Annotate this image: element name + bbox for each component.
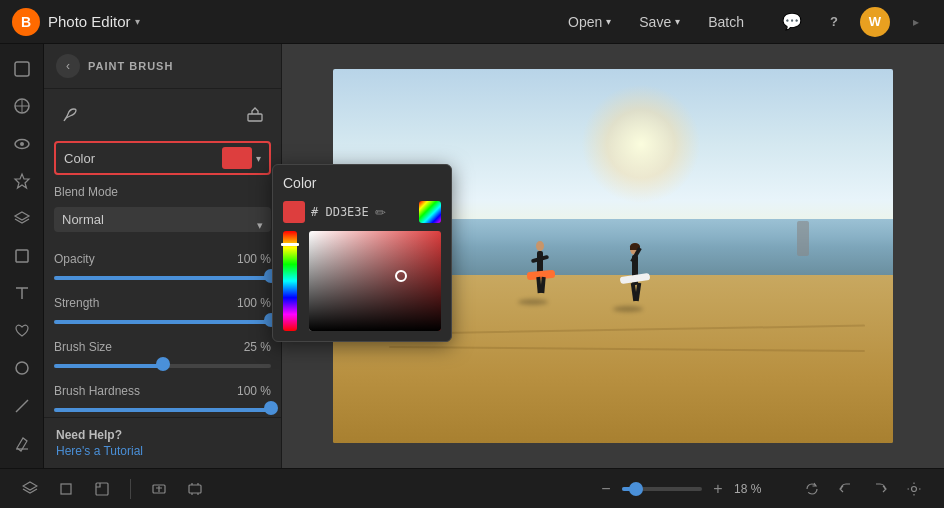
- brush-size-slider[interactable]: [54, 362, 271, 370]
- zoom-in-button[interactable]: +: [708, 479, 728, 499]
- app-title: Photo Editor ▾: [48, 13, 140, 30]
- title-chevron[interactable]: ▾: [135, 16, 140, 27]
- eyedropper-icon[interactable]: ✏: [375, 205, 386, 220]
- panel-body: Color ▾ Blend Mode Normal Multiply Scree…: [44, 89, 281, 417]
- opacity-value: 100 %: [231, 252, 271, 266]
- panel-title: PAINT BRUSH: [88, 60, 173, 72]
- frame-button[interactable]: [181, 475, 209, 503]
- color-picker-popup: Color # DD3E3E ✏: [272, 164, 452, 342]
- panel: ‹ PAINT BRUSH Color ▾ Blend Mode: [44, 44, 282, 468]
- bottom-bar: − + 18 %: [0, 468, 944, 508]
- topbar-more-icon[interactable]: ▸: [900, 6, 932, 38]
- color-popup-title: Color: [283, 175, 441, 191]
- blend-mode-select[interactable]: Normal Multiply Screen Overlay: [54, 207, 271, 232]
- color-popup-swatch[interactable]: [283, 201, 305, 223]
- blend-mode-row: Blend Mode: [54, 185, 271, 199]
- tool-line[interactable]: [4, 389, 40, 422]
- zoom-controls: − + 18 %: [596, 479, 774, 499]
- tool-heart[interactable]: [4, 314, 40, 347]
- brush-hardness-row: Brush Hardness 100 %: [54, 384, 271, 398]
- strength-slider[interactable]: [54, 318, 271, 326]
- tool-layers[interactable]: [4, 202, 40, 235]
- color-hex-row: # DD3E3E ✏: [283, 201, 441, 223]
- rotate-button[interactable]: [798, 475, 826, 503]
- tool-text[interactable]: [4, 277, 40, 310]
- color-selector[interactable]: Color ▾: [54, 141, 271, 175]
- bottom-right-icons: [798, 475, 928, 503]
- svg-point-5: [20, 142, 24, 146]
- hue-bar[interactable]: [283, 231, 297, 331]
- topbar: B Photo Editor ▾ Open ▾ Save ▾ Batch 💬 ?…: [0, 0, 944, 44]
- main-layout: ‹ PAINT BRUSH Color ▾ Blend Mode: [0, 44, 944, 468]
- tool-eye[interactable]: [4, 127, 40, 160]
- tool-erase[interactable]: [4, 427, 40, 460]
- zoom-out-button[interactable]: −: [596, 479, 616, 499]
- strength-value: 100 %: [231, 296, 271, 310]
- svg-rect-15: [96, 483, 108, 495]
- topbar-nav: Open ▾ Save ▾ Batch: [556, 9, 756, 35]
- spectrum-button[interactable]: [419, 201, 441, 223]
- tool-grid[interactable]: [4, 89, 40, 122]
- user-avatar[interactable]: W: [860, 7, 890, 37]
- brush-tool-icon[interactable]: [54, 99, 86, 131]
- bottom-divider: [130, 479, 131, 499]
- svg-line-11: [16, 400, 28, 412]
- blend-mode-select-wrap[interactable]: Normal Multiply Screen Overlay: [54, 207, 271, 242]
- app-logo[interactable]: B: [12, 8, 40, 36]
- zoom-value: 18 %: [734, 482, 774, 496]
- color-label: Color: [64, 151, 222, 166]
- svg-rect-14: [61, 484, 71, 494]
- svg-rect-13: [248, 114, 262, 121]
- panel-header: ‹ PAINT BRUSH: [44, 44, 281, 89]
- opacity-slider[interactable]: [54, 274, 271, 282]
- nav-save[interactable]: Save ▾: [627, 9, 692, 35]
- brush-size-row: Brush Size 25 %: [54, 340, 271, 354]
- undo-button[interactable]: [832, 475, 860, 503]
- expand-button[interactable]: [88, 475, 116, 503]
- logo-text: B: [21, 14, 31, 30]
- tool-rect[interactable]: [4, 239, 40, 272]
- nav-open[interactable]: Open ▾: [556, 9, 623, 35]
- nav-batch[interactable]: Batch: [696, 9, 756, 35]
- tool-circle[interactable]: [4, 352, 40, 385]
- strength-label: Strength: [54, 296, 134, 310]
- help-button[interactable]: ?: [818, 6, 850, 38]
- svg-point-18: [912, 486, 917, 491]
- svg-marker-6: [15, 174, 29, 188]
- crop-button[interactable]: [52, 475, 80, 503]
- panel-back-button[interactable]: ‹: [56, 54, 80, 78]
- tool-star[interactable]: [4, 164, 40, 197]
- fit-view-button[interactable]: [145, 475, 173, 503]
- help-section: Need Help? Here's a Tutorial: [44, 417, 281, 468]
- help-link[interactable]: Here's a Tutorial: [56, 444, 269, 458]
- icon-bar: [0, 44, 44, 468]
- opacity-label: Opacity: [54, 252, 134, 266]
- blend-mode-label: Blend Mode: [54, 185, 134, 199]
- topbar-right: 💬 ? W ▸: [776, 6, 932, 38]
- chat-icon: 💬: [782, 12, 802, 31]
- color-arrow-icon: ▾: [256, 153, 261, 164]
- color-swatch: [222, 147, 252, 169]
- panel-tool-icons: [54, 99, 271, 131]
- help-title: Need Help?: [56, 428, 269, 442]
- color-hex-value[interactable]: # DD3E3E: [311, 205, 369, 219]
- zoom-slider[interactable]: [622, 487, 702, 491]
- help-icon: ?: [830, 14, 838, 29]
- color-gradient[interactable]: [309, 231, 441, 331]
- back-icon: ‹: [66, 59, 70, 73]
- brush-size-value: 25 %: [231, 340, 271, 354]
- brush-hardness-value: 100 %: [231, 384, 271, 398]
- strength-row: Strength 100 %: [54, 296, 271, 310]
- eraser-tool-icon[interactable]: [239, 99, 271, 131]
- brush-size-label: Brush Size: [54, 340, 134, 354]
- svg-point-10: [16, 362, 28, 374]
- opacity-row: Opacity 100 %: [54, 252, 271, 266]
- tool-flash[interactable]: [4, 52, 40, 85]
- layers-button[interactable]: [16, 475, 44, 503]
- svg-rect-0: [15, 62, 29, 76]
- chat-button[interactable]: 💬: [776, 6, 808, 38]
- svg-rect-17: [189, 485, 201, 493]
- brush-hardness-slider[interactable]: [54, 406, 271, 414]
- redo-button[interactable]: [866, 475, 894, 503]
- settings-button[interactable]: [900, 475, 928, 503]
